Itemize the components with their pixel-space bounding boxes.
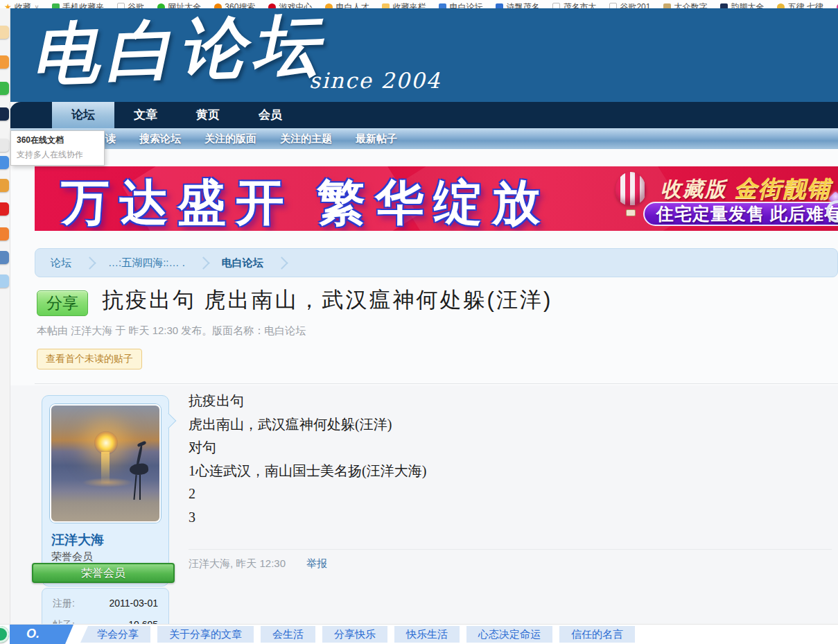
- post-content-line: 3: [189, 506, 812, 530]
- bookmark-item[interactable]: 诗飘茂名: [496, 0, 539, 8]
- hot-air-balloon-icon: [616, 172, 646, 218]
- subnav-item[interactable]: 关注的主题: [280, 132, 332, 146]
- bookmark-icon: [52, 3, 60, 9]
- dock-app-8-icon[interactable]: [0, 202, 9, 216]
- tab-论坛[interactable]: 论坛: [52, 102, 114, 128]
- bookmark-item[interactable]: 电白论坛: [439, 0, 482, 8]
- bookmark-item[interactable]: 收藏夹栏: [382, 0, 426, 8]
- banner-tag-main: 金街靓铺: [734, 175, 831, 201]
- post-content-line: 2: [189, 482, 812, 506]
- subnav-item[interactable]: 最新帖子: [356, 132, 397, 146]
- bottom-tab[interactable]: 信任的名言: [559, 626, 635, 643]
- thread-type-badge[interactable]: 分享: [37, 290, 88, 316]
- chevron-right-icon: [83, 256, 96, 269]
- bookmark-label: 韵脚大全: [731, 1, 764, 9]
- dock-app-10-icon[interactable]: [0, 251, 9, 264]
- bookmark-item[interactable]: 谷歌201: [609, 0, 650, 8]
- bookmark-item[interactable]: 游戏中心: [268, 0, 312, 8]
- bookmark-item[interactable]: ★收藏∨: [4, 0, 39, 8]
- dock-app-7-icon[interactable]: [0, 179, 9, 192]
- avatar-heron-leg: [133, 475, 137, 500]
- bookmark-icon: [439, 3, 446, 9]
- breadcrumb-item[interactable]: 论坛: [51, 256, 71, 270]
- breadcrumb-item[interactable]: …:五湖四海::… .: [108, 256, 185, 270]
- banner-ad[interactable]: 万达盛开 繁华绽放 收藏版 金街靓铺 住宅定量发售 此后难有: [35, 166, 838, 231]
- bookmark-icon: [496, 3, 503, 9]
- subnav-item[interactable]: 读: [105, 132, 116, 146]
- bookmark-icon: [382, 3, 390, 9]
- site-logo-tagline: since 2004: [309, 68, 441, 93]
- bookmark-label: 收藏: [15, 1, 31, 9]
- post-footer-meta: 汪洋大海, 昨天 12:30: [189, 557, 286, 571]
- banner-pill: 住宅定量发售 此后难有: [643, 202, 838, 226]
- dock-app-9-icon[interactable]: [0, 227, 9, 241]
- bookmark-label: 茂名市大: [563, 1, 596, 9]
- bookmark-item[interactable]: 韵脚大全: [720, 0, 764, 8]
- site-header: 电白论坛 since 2004: [10, 8, 838, 102]
- dock-app-11-icon[interactable]: [0, 275, 9, 288]
- dock-app-2-icon[interactable]: [0, 55, 9, 69]
- author-username[interactable]: 汪洋大海: [51, 531, 104, 549]
- bookmark-item[interactable]: 五律 七律: [777, 0, 823, 8]
- bottom-tab[interactable]: 心态决定命运: [466, 626, 552, 643]
- browser-bookmarks-bar: ★收藏∨手机收藏夹谷歌网址大全360搜索游戏中心电白人才收藏夹栏电白论坛诗飘茂名…: [0, 0, 838, 8]
- search-logo[interactable]: O.: [10, 625, 73, 644]
- bottom-tab[interactable]: 关于分享的文章: [157, 626, 254, 643]
- avatar-sea-glow: [82, 478, 133, 487]
- bookmark-item[interactable]: 网址大全: [157, 0, 201, 8]
- tooltip-subtitle: 支持多人在线协作: [17, 149, 98, 161]
- bookmark-icon: [609, 3, 617, 9]
- balloon-envelope: [616, 172, 646, 205]
- banner-tag-prefix: 收藏版: [661, 177, 727, 200]
- bookmark-icon: [663, 3, 671, 9]
- dock-app-6-icon[interactable]: [0, 156, 9, 169]
- author-role-popup: 荣誉会员: [32, 563, 175, 583]
- bookmark-item[interactable]: 大众数字: [663, 0, 707, 8]
- dock-app-5-icon[interactable]: [0, 139, 9, 152]
- bookmark-icon: [720, 3, 728, 9]
- bookmark-item[interactable]: 茂名市大: [552, 0, 596, 8]
- bookmark-item[interactable]: 谷歌: [117, 0, 144, 8]
- breadcrumb: 论坛…:五湖四海::… .电白论坛: [35, 248, 838, 277]
- bookmark-item[interactable]: 360搜索: [214, 0, 255, 8]
- dock-app-1-icon[interactable]: [0, 26, 9, 39]
- tab-会员[interactable]: 会员: [239, 102, 302, 128]
- post-content-line: 对句: [189, 436, 812, 460]
- banner-pill-text: 住宅定量发售 此后难有: [656, 204, 838, 223]
- diamond-ring-icon: [823, 192, 838, 220]
- bookmark-item[interactable]: 电白人才: [325, 0, 369, 8]
- banner-tagline: 收藏版 金街靓铺: [661, 173, 831, 204]
- site-logo[interactable]: 电白论坛: [30, 8, 327, 101]
- bookmark-label: 电白人才: [335, 1, 369, 9]
- post-content-line: 虎出南山，武汉瘟神何处躲(汪洋): [189, 413, 812, 437]
- dock-app-3-icon[interactable]: [0, 82, 9, 95]
- author-avatar[interactable]: [50, 404, 161, 523]
- bookmark-label: 大众数字: [674, 1, 707, 9]
- dock-app-4-icon[interactable]: [0, 107, 9, 121]
- speed-dial-icon[interactable]: [0, 626, 9, 643]
- bottom-tab[interactable]: 分享快乐: [322, 626, 387, 643]
- bookmark-label: 谷歌201: [620, 1, 650, 9]
- post-content: 抗疫出句虎出南山，武汉瘟神何处躲(汪洋)对句1心连武汉，南山国士美名扬(汪洋大海…: [189, 390, 812, 529]
- post-content-line: 1心连武汉，南山国士美名扬(汪洋大海): [189, 460, 812, 483]
- subnav-item[interactable]: 关注的版面: [204, 132, 256, 146]
- nav-spacer: [10, 102, 52, 128]
- report-link[interactable]: 举报: [306, 557, 327, 571]
- ring-band: [826, 200, 838, 223]
- bottom-tab[interactable]: 会生活: [261, 626, 315, 643]
- balloon-basket: [626, 209, 636, 216]
- bottom-tab[interactable]: 学会分享: [80, 626, 150, 643]
- bottom-tab[interactable]: 快乐生活: [394, 626, 460, 643]
- tooltip-title: 360在线文档: [17, 134, 98, 146]
- browser-side-dock: [0, 8, 10, 644]
- post-content-line: 抗疫出句: [189, 390, 812, 413]
- view-first-unread-button[interactable]: 查看首个未读的贴子: [37, 349, 142, 369]
- bottom-suggestion-tabs: 学会分享关于分享的文章会生活分享快乐快乐生活心态决定命运信任的名言: [80, 626, 635, 643]
- section-divider: [35, 383, 838, 384]
- breadcrumb-item[interactable]: 电白论坛: [222, 256, 263, 270]
- subnav-item[interactable]: 搜索论坛: [139, 132, 181, 146]
- bookmark-icon: [325, 3, 333, 9]
- bookmark-item[interactable]: 手机收藏夹: [52, 0, 104, 8]
- tab-黄页[interactable]: 黄页: [177, 102, 239, 128]
- tab-文章[interactable]: 文章: [114, 102, 177, 128]
